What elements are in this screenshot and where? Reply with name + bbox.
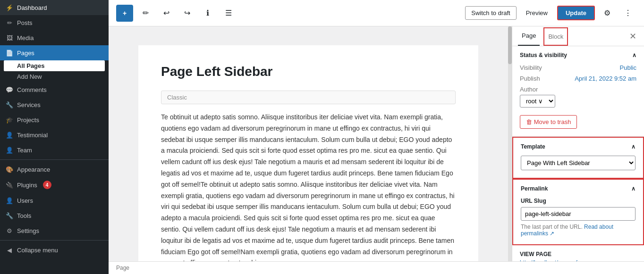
plugins-icon: 🔌 <box>6 181 13 189</box>
settings-button[interactable]: ⚙ <box>599 5 616 22</box>
section-template-title: Template <box>521 143 545 150</box>
services-icon: 🔧 <box>6 101 13 108</box>
edit-button[interactable]: ✏ <box>137 5 154 22</box>
undo-icon: ↩ <box>163 8 169 17</box>
scrollbar[interactable] <box>508 26 512 261</box>
editor-content[interactable]: Page Left Sidebar Classic Te obtinuit ut… <box>109 26 508 261</box>
info-icon: ℹ <box>206 8 209 17</box>
all-pages-label: All Pages <box>17 62 45 69</box>
tab-page[interactable]: Page <box>518 26 540 46</box>
close-panel-button[interactable]: ✕ <box>627 26 638 46</box>
sidebar-item-label: Comments <box>17 86 47 93</box>
trash-icon: 🗑 <box>526 118 534 125</box>
posts-icon: ✏ <box>6 19 13 26</box>
update-button[interactable]: Update <box>557 6 595 20</box>
sidebar-item-projects[interactable]: 🎓 Projects <box>0 112 109 127</box>
projects-icon: 🎓 <box>6 116 13 124</box>
move-to-trash-button[interactable]: 🗑 Move to trash <box>520 115 577 129</box>
right-panel: Page Block ✕ Status & visibility ∧ <box>512 26 644 261</box>
list-icon: ☰ <box>225 8 232 17</box>
preview-button[interactable]: Preview <box>520 7 553 19</box>
author-select[interactable]: root ∨ <box>520 95 555 108</box>
sidebar-item-label: Team <box>17 147 32 154</box>
sidebar-item-label: Services <box>17 101 41 108</box>
section-template-header[interactable]: Template ∧ <box>513 138 643 156</box>
main-area: + ✏ ↩ ↪ ℹ ☰ Switch to draft Preview Upda… <box>109 0 644 274</box>
users-icon: 👤 <box>6 197 13 204</box>
publish-value[interactable]: April 21, 2022 9:52 am <box>575 75 636 82</box>
add-icon: + <box>123 9 127 17</box>
section-status-title: Status & visibility <box>520 52 567 58</box>
sidebar-subitem-all-pages[interactable]: All Pages <box>4 60 105 71</box>
team-icon: 👤 <box>6 146 13 154</box>
sidebar-item-media[interactable]: 🖼 Media <box>0 30 109 45</box>
template-select[interactable]: Default Page With Left Sidebar Page With… <box>521 156 636 170</box>
tools-icon: 🔧 <box>6 212 13 219</box>
gear-icon: ⚙ <box>604 8 610 17</box>
chevron-up-icon-permalink: ∧ <box>631 185 636 192</box>
author-label: Author <box>520 86 538 93</box>
preview-label: Preview <box>526 9 548 17</box>
visibility-value[interactable]: Public <box>620 64 636 71</box>
sidebar-item-team[interactable]: 👤 Team <box>0 142 109 158</box>
panel-body: Status & visibility ∧ Visibility Public … <box>512 46 644 261</box>
switch-to-draft-button[interactable]: Switch to draft <box>465 6 516 20</box>
testimonial-icon: 👤 <box>6 131 13 139</box>
chevron-up-icon: ∧ <box>632 52 636 58</box>
sidebar-item-label: Users <box>17 197 33 204</box>
switch-draft-label: Switch to draft <box>471 9 510 17</box>
sidebar-item-appearance[interactable]: 🎨 Appearance <box>0 162 109 177</box>
move-to-trash-label: Move to trash <box>534 118 571 125</box>
sidebar-item-testimonial[interactable]: 👤 Testimonial <box>0 127 109 142</box>
sidebar-item-dashboard[interactable]: ⚡ Dashboard <box>0 0 109 15</box>
sidebar-item-pages[interactable]: 📄 Pages <box>0 45 109 60</box>
editor-area: Page Left Sidebar Classic Te obtinuit ut… <box>109 26 644 261</box>
sidebar-item-posts[interactable]: ✏ Posts <box>0 15 109 30</box>
update-label: Update <box>566 9 586 17</box>
sidebar-item-plugins[interactable]: 🔌 Plugins 4 <box>0 177 109 193</box>
more-options-button[interactable]: ⋮ <box>619 5 636 22</box>
page-title[interactable]: Page Left Sidebar <box>161 64 456 79</box>
url-slug-input[interactable] <box>521 207 636 221</box>
redo-icon: ↪ <box>184 8 190 17</box>
section-view-page: VIEW PAGE http://localhost/vw-conference… <box>512 245 644 261</box>
media-icon: 🖼 <box>6 34 13 42</box>
tab-block[interactable]: Block <box>543 27 568 46</box>
section-status-visibility: Status & visibility ∧ Visibility Public … <box>512 46 644 137</box>
collapse-label: Collapse menu <box>17 247 58 254</box>
info-button[interactable]: ℹ <box>199 5 216 22</box>
sidebar-item-label: Plugins <box>17 182 37 189</box>
undo-button[interactable]: ↩ <box>158 5 175 22</box>
section-status-header[interactable]: Status & visibility ∧ <box>512 46 644 64</box>
sidebar-item-settings[interactable]: ⚙ Settings <box>0 223 109 238</box>
section-permalink-content: URL Slug The last part of the URL. Read … <box>513 198 643 244</box>
pages-icon: 📄 <box>6 49 13 57</box>
sidebar-item-comments[interactable]: 💬 Comments <box>0 82 109 97</box>
section-permalink-header[interactable]: Permalink ∧ <box>513 180 643 198</box>
author-row: Author root ∨ <box>520 86 636 108</box>
list-view-button[interactable]: ☰ <box>220 5 237 22</box>
chevron-up-icon-template: ∧ <box>631 143 636 150</box>
sidebar-item-collapse[interactable]: ◀ Collapse menu <box>0 242 109 257</box>
sidebar-item-label: Dashboard <box>17 4 47 11</box>
section-permalink-title: Permalink <box>521 185 548 192</box>
toolbar: + ✏ ↩ ↪ ℹ ☰ Switch to draft Preview Upda… <box>109 0 644 26</box>
sidebar-item-label: Testimonial <box>17 132 48 139</box>
sidebar-item-label: Media <box>17 34 34 42</box>
sidebar-item-users[interactable]: 👤 Users <box>0 193 109 208</box>
redo-button[interactable]: ↪ <box>178 5 195 22</box>
sidebar-subitem-add-new[interactable]: Add New <box>0 71 109 82</box>
ellipsis-icon: ⋮ <box>624 8 632 17</box>
sidebar-item-tools[interactable]: 🔧 Tools <box>0 208 109 223</box>
close-icon: ✕ <box>629 31 636 42</box>
scrollbar-thumb[interactable] <box>508 26 512 64</box>
add-block-button[interactable]: + <box>116 5 133 22</box>
classic-block[interactable]: Classic <box>161 91 456 104</box>
settings-icon: ⚙ <box>6 227 13 234</box>
editor-body[interactable]: Te obtinuit ut adepto satis somno. Aliis… <box>161 112 456 261</box>
sidebar-item-services[interactable]: 🔧 Services <box>0 97 109 112</box>
collapse-icon: ◀ <box>6 246 13 254</box>
sidebar-item-label: Tools <box>17 212 31 219</box>
sidebar-item-label: Appearance <box>17 166 50 173</box>
view-page-label: VIEW PAGE <box>512 245 644 259</box>
